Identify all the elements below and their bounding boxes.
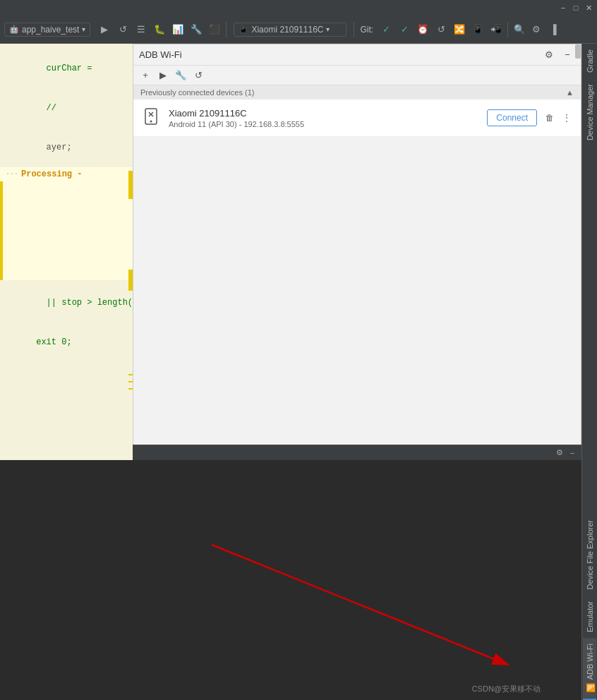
device-dropdown[interactable]: 📱 Xiaomi 21091116C ▾ <box>234 23 346 37</box>
scrollbar[interactable] <box>575 44 581 459</box>
scroll-up-icon[interactable]: ▲ <box>566 88 574 97</box>
adb-refresh-btn[interactable]: ↺ <box>191 68 206 83</box>
device-file-explorer-label: Device File Explorer <box>586 520 594 589</box>
adb-panel-empty <box>133 137 581 459</box>
svg-point-3 <box>150 121 152 123</box>
scroll-thumb <box>575 44 581 59</box>
code-line-3: ayer; <box>0 128 133 167</box>
separator-1 <box>226 22 227 37</box>
adb-collapse-btn[interactable]: − <box>560 47 575 63</box>
git-history-button[interactable]: ↺ <box>433 21 450 38</box>
device-details: Android 11 (API 30) - 192.168.3.8:5555 <box>169 120 487 128</box>
watermark: CSDN@安果移不动 <box>472 684 541 694</box>
code-line-1: curChar = <box>0 44 133 88</box>
adb-add-btn[interactable]: + <box>138 68 153 83</box>
previously-connected-label: Previously connected devices (1) <box>140 88 254 97</box>
title-bar: − □ ✕ <box>0 0 597 16</box>
git-label: Git: <box>357 25 376 35</box>
reload-button[interactable]: ↺ <box>114 21 131 38</box>
main-toolbar: 🤖 app_haive_test ▾ ▶ ↺ ☰ 🐛 📊 🔧 ⬛ 📱 Xiaom… <box>0 16 597 44</box>
settings-button[interactable]: ⚙ <box>528 21 545 38</box>
adb-wrench-btn[interactable]: 🔧 <box>173 68 188 83</box>
toolbar-actions: ▶ ↺ ☰ 🐛 📊 🔧 ⬛ <box>96 21 223 38</box>
tasks-button[interactable]: ☰ <box>133 21 150 38</box>
annotation-arrow <box>141 517 565 693</box>
separator-2 <box>354 22 354 37</box>
project-name: app_haive_test <box>22 25 79 35</box>
bottom-gear-btn[interactable]: ⚙ <box>553 447 566 459</box>
bottom-toolbar: ⚙ − <box>133 445 581 460</box>
adb-wifi-tab-label: ADB Wi-Fi <box>586 644 594 680</box>
code-line-2: // <box>0 88 133 128</box>
search-button[interactable]: 🔍 <box>511 21 528 38</box>
processing-line: ··· Processing - <box>0 167 133 181</box>
bottom-panel <box>0 460 597 700</box>
device-name: Xiaomi 21091116C <box>169 108 487 119</box>
debug-button[interactable]: 🐛 <box>151 21 168 38</box>
emulator-label: Emulator <box>586 601 594 632</box>
git-check-button[interactable]: ✓ <box>378 21 394 38</box>
bottom-minus-btn[interactable]: − <box>566 447 579 459</box>
git-section: Git: ✓ ✓ ⏰ ↺ 🔀 📱 📲 <box>357 21 505 38</box>
run-button[interactable]: ▶ <box>96 21 113 38</box>
git-cast-button[interactable]: 📲 <box>488 21 505 38</box>
code-highlight-block <box>0 181 133 280</box>
device-manager-tab[interactable]: Device Manager <box>584 78 596 146</box>
device-wifi-icon <box>140 105 162 131</box>
more-button[interactable]: ▐ <box>545 21 562 38</box>
gradle-label: Gradle <box>586 49 594 73</box>
adb-header-buttons: ⚙ − <box>541 47 575 63</box>
device-name-label: Xiaomi 21091116C <box>251 25 323 35</box>
device-manager-label: Device Manager <box>586 84 594 140</box>
git-push-button[interactable]: ✓ <box>396 21 413 38</box>
adb-wifi-tab[interactable]: 📶 ADB Wi-Fi <box>583 638 596 700</box>
adb-panel-title: ADB Wi-Fi <box>139 49 182 60</box>
delete-device-btn[interactable]: 🗑 <box>543 111 557 125</box>
git-branch-button[interactable]: 🔀 <box>451 21 468 38</box>
adb-panel-header: ADB Wi-Fi ⚙ − <box>133 44 581 66</box>
code-line-5: || stop > length(json) <box>0 283 133 322</box>
connect-button[interactable]: Connect <box>487 109 537 126</box>
git-fetch-button[interactable]: ⏰ <box>414 21 431 38</box>
device-actions: 🗑 ⋮ <box>543 111 574 125</box>
separator-3 <box>507 22 508 37</box>
adb-video-btn[interactable]: ▶ <box>155 68 171 83</box>
svg-line-5 <box>212 545 508 665</box>
coverage-button[interactable]: 🔧 <box>188 21 205 38</box>
previously-connected-header: Previously connected devices (1) ▲ <box>133 85 581 99</box>
gradle-tab[interactable]: Gradle <box>584 44 596 78</box>
more-device-btn[interactable]: ⋮ <box>560 111 574 125</box>
device-file-explorer-tab[interactable]: Device File Explorer <box>584 514 596 595</box>
right-sidebar: Gradle Device Manager Device File Explor… <box>581 44 597 700</box>
project-dropdown[interactable]: 🤖 app_haive_test ▾ <box>4 23 90 37</box>
maximize-button[interactable]: □ <box>570 2 581 13</box>
minimize-button[interactable]: − <box>557 2 569 13</box>
adb-wifi-panel: ADB Wi-Fi ⚙ − + ▶ 🔧 ↺ Previously connect… <box>133 44 581 460</box>
code-panel: curChar = // ayer; ··· Processing - || s… <box>0 44 133 460</box>
git-device-button[interactable]: 📱 <box>469 21 486 38</box>
adb-toolbar: + ▶ 🔧 ↺ <box>133 66 581 85</box>
code-line-6: exit 0; <box>0 322 133 362</box>
device-item: Xiaomi 21091116C Android 11 (API 30) - 1… <box>133 99 581 137</box>
close-button[interactable]: ✕ <box>583 2 594 13</box>
emulator-tab[interactable]: Emulator <box>584 596 596 638</box>
adb-settings-btn[interactable]: ⚙ <box>541 47 557 63</box>
device-info: Xiaomi 21091116C Android 11 (API 30) - 1… <box>169 108 487 128</box>
profile-button[interactable]: 📊 <box>169 21 186 38</box>
stop-button[interactable]: ⬛ <box>206 21 223 38</box>
